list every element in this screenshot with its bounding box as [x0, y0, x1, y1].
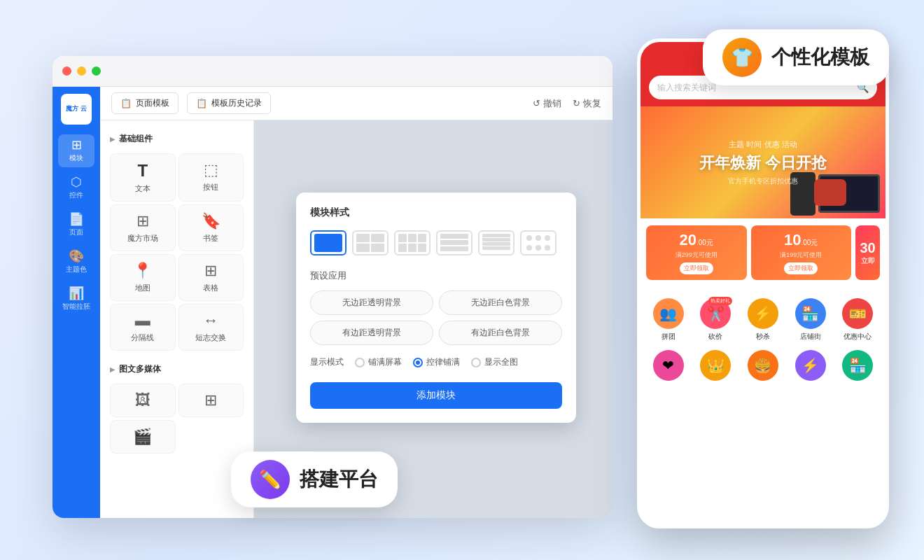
style-opt-list[interactable] — [436, 230, 472, 255]
section-rich-label: 图文多媒体 — [119, 363, 161, 375]
style-opt-grid3[interactable] — [394, 230, 430, 255]
radio-show-all[interactable]: 显示全图 — [471, 356, 518, 368]
icon-youhui[interactable]: 🎫 优惠中心 — [835, 298, 880, 342]
section-basic-header[interactable]: 基础组件 — [100, 127, 253, 150]
sidebar-item-module[interactable]: ⊞ 模块 — [58, 134, 94, 167]
exchange-comp-label: 短志交换 — [195, 332, 226, 343]
button-comp-icon: ⬚ — [204, 161, 218, 179]
icon-food[interactable]: 🍔 — [741, 350, 785, 381]
style-opt-grid2[interactable] — [352, 230, 388, 255]
coupons-section: 20.00元 满299元可使用 立即领取 10.00元 满199元可使用 立即领… — [640, 218, 886, 287]
traffic-light-green[interactable] — [92, 66, 101, 76]
icon-youhui-label: 优惠中心 — [844, 332, 872, 342]
popup-title: 模块样式 — [310, 206, 562, 219]
module-style-popup: 模块样式 — [296, 192, 576, 423]
coupon-1-btn[interactable]: 立即领取 — [680, 262, 713, 274]
comp-divider[interactable]: ▬ 分隔线 — [110, 304, 176, 351]
toolbar-actions: ↺ 撤销 ↻ 恢复 — [533, 97, 601, 110]
radio-control-fill[interactable]: 控律铺满 — [413, 356, 460, 368]
build-platform-badge: ✏️ 搭建平台 — [231, 451, 398, 507]
traffic-light-yellow[interactable] — [77, 66, 86, 76]
theme-icon: 🎨 — [69, 250, 84, 262]
coupon-1-amount: 20.00元 — [680, 231, 713, 249]
add-module-button[interactable]: 添加模块 — [310, 382, 562, 409]
preset-border-white[interactable]: 有边距白色背景 — [439, 321, 562, 345]
coupon-2: 10.00元 满199元可使用 立即领取 — [751, 225, 852, 280]
icon-dianpujie[interactable]: 🏪 店铺街 — [788, 298, 833, 342]
icon-miaosha[interactable]: ⚡ 秒杀 — [741, 298, 785, 342]
sidebar: 魔方 云 ⊞ 模块 ⬡ 控件 📄 页面 🎨 主题色 📊 智能拉胚 — [52, 87, 100, 518]
style-opt-solid[interactable] — [310, 230, 346, 255]
redo-button[interactable]: ↻ 恢复 — [573, 97, 601, 110]
image-comp-icon: 🖼 — [135, 391, 150, 410]
comp-image[interactable]: 🖼 — [110, 384, 176, 417]
icon-crown[interactable]: 👑 — [694, 350, 738, 381]
comp-bookmark[interactable]: 🔖 书签 — [178, 204, 244, 251]
comp-map[interactable]: 📍 地图 — [110, 254, 176, 301]
style-opt-stripe[interactable] — [478, 230, 514, 255]
sidebar-item-control[interactable]: ⬡ 控件 — [58, 172, 94, 204]
history-icon: 📋 — [196, 98, 207, 108]
radio-fill-label: 铺满屏幕 — [368, 356, 402, 368]
icon-store[interactable]: 🏪 — [835, 350, 880, 381]
icon-kanjia-label: 砍价 — [708, 332, 722, 342]
comp-video[interactable]: 🎬 — [110, 420, 176, 454]
sidebar-label-ai: 智能拉胚 — [62, 302, 90, 312]
comp-button[interactable]: ⬚ 按钮 — [178, 153, 244, 202]
style-opt-dots[interactable] — [520, 230, 556, 255]
icon-heart[interactable]: ❤ — [646, 350, 691, 381]
banner-main: 开年焕新 今日开抢 — [699, 153, 827, 174]
personal-icon-circle: 👕 — [722, 38, 762, 77]
divider-comp-icon: ▬ — [135, 312, 150, 330]
icon-miaosha-label: 秒杀 — [756, 332, 770, 342]
undo-button[interactable]: ↺ 撤销 — [533, 97, 561, 110]
component-grid-basic: T 文本 ⬚ 按钮 ⊞ 魔方市场 🔖 书签 — [100, 150, 253, 358]
section-basic-label: 基础组件 — [119, 133, 153, 145]
icon-kanjia[interactable]: ✂️ 热卖好礼 砍价 — [694, 298, 738, 342]
redo-label: 恢复 — [583, 97, 601, 110]
sidebar-label-control: 控件 — [69, 190, 83, 200]
icon-kanjia-circle: ✂️ 热卖好礼 — [700, 298, 731, 329]
radio-fill-screen[interactable]: 铺满屏幕 — [355, 356, 402, 368]
comp-exchange[interactable]: ↔ 短志交换 — [178, 304, 244, 351]
icon-dianpujie-label: 店铺街 — [800, 332, 821, 342]
icon-pintuan[interactable]: 👥 拼团 — [646, 298, 691, 342]
icon-crown-circle: 👑 — [700, 350, 731, 381]
history-label: 模板历史记录 — [211, 97, 262, 109]
banner-tag: 官方手机专区折扣优惠 — [699, 176, 827, 186]
banner-sub: 主题 时间 优惠 活动 — [699, 139, 827, 150]
icon-youhui-circle: 🎫 — [842, 298, 873, 329]
section-rich-header[interactable]: 图文多媒体 — [100, 358, 253, 381]
radio-all-label: 显示全图 — [484, 356, 518, 368]
traffic-light-red[interactable] — [62, 66, 71, 76]
preset-grid: 无边距透明背景 无边距白色背景 有边距透明背景 有边距白色背景 — [310, 290, 562, 345]
coupon-2-amount: 10.00元 — [784, 231, 818, 249]
comp-market[interactable]: ⊞ 魔方市场 — [110, 204, 176, 251]
video-comp-icon: 🎬 — [133, 428, 152, 446]
coupon-2-condition: 满199元可使用 — [780, 251, 822, 260]
sidebar-item-theme[interactable]: 🎨 主题色 — [58, 246, 94, 279]
preset-no-border-white[interactable]: 无边距白色背景 — [439, 290, 562, 315]
comp-gallery[interactable]: ⊞ — [178, 384, 244, 417]
template-button[interactable]: 📋 页面模板 — [111, 92, 178, 114]
preset-no-border-transparent[interactable]: 无边距透明背景 — [310, 290, 433, 315]
sidebar-item-page[interactable]: 📄 页面 — [58, 209, 94, 241]
bookmark-comp-icon: 🔖 — [202, 212, 220, 230]
exchange-comp-icon: ↔ — [203, 312, 218, 330]
phone-banner: 主题 时间 优惠 活动 开年焕新 今日开抢 官方手机专区折扣优惠 — [640, 106, 886, 218]
preset-border-transparent[interactable]: 有边距透明背景 — [310, 321, 433, 345]
toolbar: 📋 页面模板 📋 模板历史记录 ↺ 撤销 ↻ 恢复 — [100, 87, 612, 120]
icon-miaosha-circle: ⚡ — [748, 298, 778, 329]
icon-bolt[interactable]: ⚡ — [788, 350, 833, 381]
text-comp-icon: T — [137, 161, 148, 181]
history-button[interactable]: 📋 模板历史记录 — [187, 92, 271, 114]
icons-grid-row1: 👥 拼团 ✂️ 热卖好礼 砍价 ⚡ 秒杀 🏪 店铺街 🎫 — [640, 290, 886, 350]
coupon-1: 20.00元 满299元可使用 立即领取 — [646, 225, 747, 280]
bookmark-comp-label: 书签 — [203, 233, 218, 244]
comp-text[interactable]: T 文本 — [110, 153, 176, 202]
build-icon-circle: ✏️ — [251, 460, 290, 499]
control-icon: ⬡ — [71, 176, 82, 188]
comp-table[interactable]: ⊞ 表格 — [178, 254, 244, 301]
coupon-2-btn[interactable]: 立即领取 — [784, 262, 818, 274]
sidebar-item-ai[interactable]: 📊 智能拉胚 — [58, 283, 94, 316]
